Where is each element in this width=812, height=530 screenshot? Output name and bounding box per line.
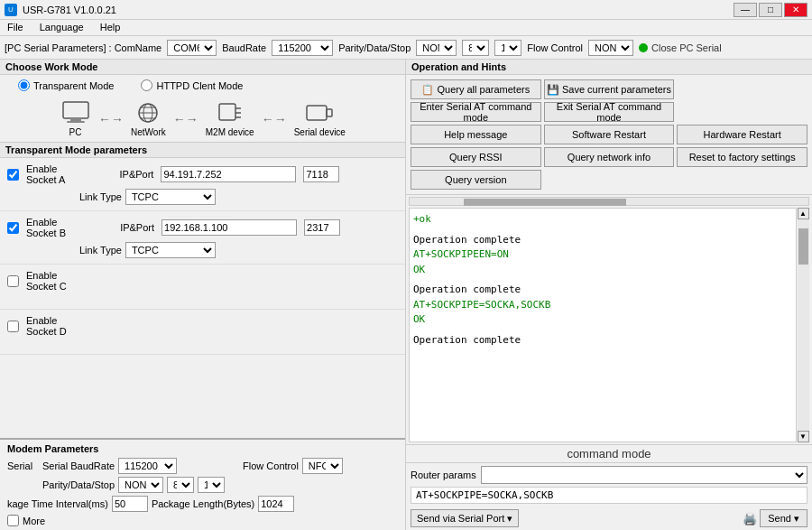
title-controls: — □ ✕ <box>734 3 807 17</box>
command-mode-label: command mode <box>567 447 651 460</box>
more-label: More <box>23 516 45 526</box>
minimize-button[interactable]: — <box>734 3 757 17</box>
window-title: USR-G781 V1.0.0.21 <box>23 5 116 15</box>
params-section-header: Transparent Mode parameters <box>0 143 405 158</box>
socket-b-ip-input[interactable] <box>161 219 297 236</box>
hardware-restart-button[interactable]: Hardware Restart <box>677 125 807 144</box>
svg-rect-1 <box>70 118 81 121</box>
log-line-ok: +ok <box>413 212 792 228</box>
router-params-select[interactable] <box>481 466 807 484</box>
socket-a-port-input[interactable] <box>303 166 339 182</box>
com-name-select[interactable]: COM6 <box>167 40 217 56</box>
socket-a-enable-checkbox[interactable] <box>7 169 19 181</box>
pkg-interval-input[interactable] <box>112 496 148 512</box>
socket-b-port-input[interactable] <box>304 219 340 236</box>
socket-b-enable-checkbox[interactable] <box>7 222 19 234</box>
httpd-mode-radio[interactable]: HTTPD Clent Mode <box>141 79 243 91</box>
log-line-op1: Operation complete <box>413 233 792 248</box>
socket-c-top: EnableSocket C <box>7 270 398 292</box>
socket-a-linktype-select[interactable]: TCPC <box>125 189 216 205</box>
pkg-interval-row: kage Time Interval(ms) Package Length(By… <box>7 496 398 512</box>
socket-b-label: EnableSocket B <box>26 217 66 238</box>
socket-a-linktype-label: Link Type <box>79 191 122 202</box>
scroll-down-arrow[interactable]: ▼ <box>798 431 809 442</box>
log-area[interactable]: +ok Operation complete AT+SOCKPIPEEN=ON … <box>409 208 796 442</box>
socket-a-top: EnableSocket A IP&Port <box>7 163 398 185</box>
socket-d-row: EnableSocket D <box>0 310 405 355</box>
reset-factory-button[interactable]: Reset to factory settings <box>677 147 807 167</box>
serial-baud-select[interactable]: 115200 <box>118 458 177 474</box>
diagram-pc: PC <box>60 100 91 137</box>
scroll-up-arrow[interactable]: ▲ <box>798 208 809 219</box>
query-icon: 📋 <box>421 84 434 96</box>
router-params-label: Router params <box>411 470 476 480</box>
pkg-length-input[interactable] <box>258 496 294 512</box>
title-bar-left: U USR-G781 V1.0.0.21 <box>5 4 116 16</box>
pkg-interval-label: kage Time Interval(ms) <box>7 498 108 509</box>
socket-a-label: EnableSocket A <box>26 163 65 185</box>
enter-at-command-button[interactable]: Enter Serial AT command mode <box>411 102 541 122</box>
diagram-serial-label: Serial device <box>294 127 346 137</box>
close-serial-button[interactable]: Close PC Serial <box>639 42 722 53</box>
transparent-radio-input[interactable] <box>18 79 30 91</box>
flow-control-select[interactable]: NONE <box>588 40 633 56</box>
at-command-display: AT+SOCKPIPE=SOCKA,SOCKB <box>411 487 807 504</box>
modem-parity-select[interactable]: NONE <box>118 477 163 493</box>
query-version-button[interactable]: Query version <box>411 170 541 190</box>
socket-a-ip-label: IP&Port <box>108 169 153 180</box>
flow-control-row: Flow Control NFC <box>243 458 343 474</box>
socket-b-top: EnableSocket B IP&Port <box>7 217 398 238</box>
close-button[interactable]: ✕ <box>784 3 807 17</box>
stop-bits-select[interactable]: 1 <box>494 40 521 56</box>
more-checkbox[interactable] <box>7 515 19 526</box>
arrow-3: ←→ <box>262 112 287 126</box>
menu-language[interactable]: Language <box>37 22 87 33</box>
socket-a-ip-input[interactable] <box>161 166 296 182</box>
socket-c-enable-checkbox[interactable] <box>7 275 19 287</box>
svg-rect-12 <box>307 106 327 120</box>
scroll-thumb <box>798 228 808 265</box>
modem-stop-bits-select[interactable]: 1 <box>198 477 225 493</box>
query-all-params-button[interactable]: 📋 Query all parameters <box>411 79 541 99</box>
query-network-button[interactable]: Query network info <box>544 147 675 167</box>
modem-data-bits-select[interactable]: 8 <box>167 477 194 493</box>
socket-d-enable-checkbox[interactable] <box>7 321 19 332</box>
title-bar: U USR-G781 V1.0.0.21 — □ ✕ <box>0 0 812 20</box>
params-scroll-container[interactable]: EnableSocket A IP&Port Link Type TCPC En… <box>0 158 405 438</box>
query-rssi-button[interactable]: Query RSSI <box>411 147 541 167</box>
router-params-row: Router params <box>406 463 812 487</box>
httpd-radio-input[interactable] <box>141 79 152 91</box>
help-message-button[interactable]: Help message <box>411 125 541 144</box>
modem-header: Modem Parameters <box>7 443 398 454</box>
log-hscroll[interactable] <box>409 197 809 206</box>
save-current-params-button[interactable]: 💾 Save current parameters <box>544 79 675 99</box>
log-line-at1: AT+SOCKPIPEEN=ON <box>413 247 792 263</box>
diagram-serial: Serial device <box>294 100 346 137</box>
transparent-mode-radio[interactable]: Transparent Mode <box>18 79 114 91</box>
pc-serial-label: [PC Serial Parameters] : ComName <box>5 42 161 53</box>
socket-c-label: EnableSocket C <box>26 270 67 292</box>
parity-select[interactable]: NONI <box>416 40 457 56</box>
menu-file[interactable]: File <box>5 22 26 33</box>
menu-help[interactable]: Help <box>97 22 124 33</box>
baud-rate-select[interactable]: 115200 <box>272 40 333 56</box>
data-bits-select[interactable]: 8 <box>462 40 489 56</box>
exit-at-command-button[interactable]: Exit Serial AT command mode <box>544 102 675 122</box>
log-vscroll[interactable]: ▲ ▼ <box>796 208 809 442</box>
socket-b-row: EnableSocket B IP&Port Link Type TCPC <box>0 211 405 265</box>
maximize-button[interactable]: □ <box>759 3 782 17</box>
socket-b-ip-label: IP&Port <box>109 222 154 233</box>
socket-d-label: EnableSocket D <box>26 315 67 337</box>
send-button[interactable]: Send ▾ <box>760 509 807 527</box>
send-via-button[interactable]: Send via Serial Port ▾ <box>411 509 519 527</box>
parity-data-row: Parity/Data/Stop NONE 8 1 <box>7 477 225 493</box>
software-restart-button[interactable]: Software Restart <box>544 125 675 144</box>
modem-flow-select[interactable]: NFC <box>302 458 343 474</box>
command-mode-bar: command mode <box>406 444 812 463</box>
app-icon: U <box>5 4 17 16</box>
parity-label: Parity/Data/Stop <box>338 42 411 53</box>
serial-label: Serial <box>7 460 39 471</box>
socket-c-row: EnableSocket C <box>0 265 405 310</box>
log-line-op2: Operation complete <box>413 283 792 298</box>
socket-b-linktype-select[interactable]: TCPC <box>125 242 216 258</box>
